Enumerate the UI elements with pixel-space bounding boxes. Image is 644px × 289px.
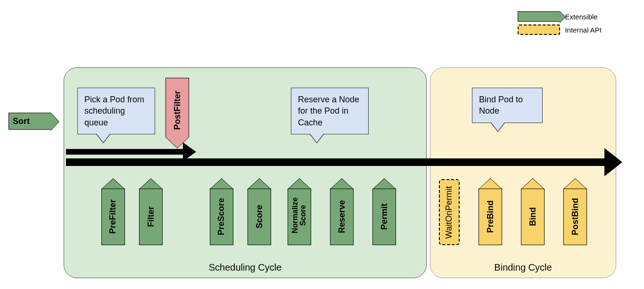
legend-internal-label: Internal API [565, 26, 602, 34]
permit-stage: Permit [372, 178, 396, 245]
reserve-stage: Reserve [330, 178, 354, 245]
pipeline-arrow [66, 158, 608, 166]
prefilter-stage: PreFilter [101, 178, 125, 245]
normalizescore-stage: NormalizeScore [288, 178, 311, 245]
callout-reserve-text: Reserve a Node for the Pod in Cache [298, 95, 359, 127]
reserve-label: Reserve [337, 200, 347, 233]
callout-pick-text: Pick a Pod from scheduling queue [84, 95, 144, 127]
legend-extensible-swatch [518, 11, 560, 22]
legend-extensible-label: Extensible [565, 13, 597, 21]
postfilter-stage: PostFilter [165, 78, 189, 149]
bind-stage: Bind [521, 178, 545, 245]
prefilter-label: PreFilter [108, 199, 118, 233]
normalizescore-label: NormalizeScore [291, 198, 307, 233]
waitonpermit-stage: WaitOnPermit [439, 179, 460, 245]
permit-label: Permit [380, 203, 389, 230]
prescore-stage: PreScore [210, 178, 233, 245]
callout-reserve-node: Reserve a Node for the Pod in Cache [291, 88, 369, 134]
callout-bind-text: Bind Pod to Node [479, 95, 523, 116]
score-label: Score [255, 205, 264, 228]
bind-label: Bind [528, 207, 538, 226]
postfilter-label: PostFilter [139, 99, 215, 122]
legend-extensible-row: Extensible [518, 11, 602, 22]
filter-stage: Filter [139, 178, 163, 245]
score-stage: Score [248, 178, 271, 245]
queue-pop-arrow [66, 149, 184, 155]
prebind-label: PreBind [486, 200, 495, 232]
callout-bind-pod: Bind Pod to Node [472, 88, 543, 123]
sort-stage: Sort [8, 113, 51, 130]
legend-internal-row: Internal API [518, 25, 602, 35]
scheduling-cycle-label: Scheduling Cycle [64, 262, 426, 273]
postbind-label: PostBind [570, 198, 580, 235]
filter-label: Filter [146, 206, 156, 227]
postbind-stage: PostBind [563, 178, 587, 245]
waitonpermit-label: WaitOnPermit [445, 186, 454, 238]
prebind-stage: PreBind [479, 178, 502, 245]
prescore-label: PreScore [217, 198, 227, 235]
sort-label: Sort [13, 116, 30, 126]
legend-internal-swatch [518, 25, 560, 35]
legend: Extensible Internal API [518, 11, 602, 38]
binding-cycle-label: Binding Cycle [430, 262, 616, 273]
